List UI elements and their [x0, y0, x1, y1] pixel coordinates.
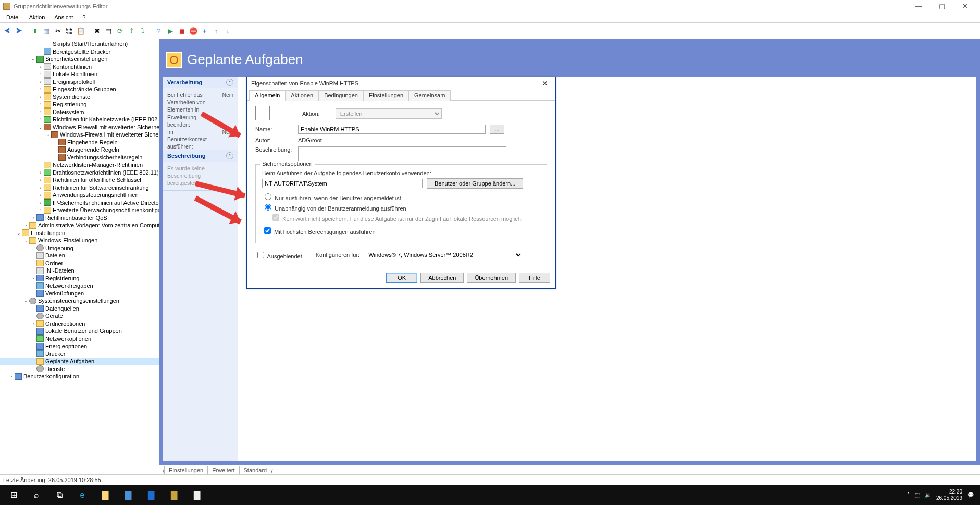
- show-hide-tree-icon[interactable]: ▦: [41, 26, 52, 36]
- expander-icon[interactable]: ⌄: [45, 132, 51, 137]
- server-manager-icon[interactable]: ▇: [117, 485, 140, 505]
- tree-item[interactable]: Lokale Benutzer und Gruppen: [0, 327, 159, 335]
- tree-item[interactable]: Ordner: [0, 260, 159, 267]
- tree-item[interactable]: Dateien: [0, 252, 159, 260]
- tree-item[interactable]: ›Benutzerkonfiguration: [0, 373, 159, 380]
- checkbox-hidden[interactable]: Ausgeblendet: [255, 250, 302, 260]
- tree-item[interactable]: Umgebung: [0, 244, 159, 252]
- tree-item[interactable]: ›Richtlinien für öffentliche Schlüssel: [0, 176, 159, 184]
- tab-bedingungen[interactable]: Bedingungen: [318, 90, 364, 101]
- account-field[interactable]: [262, 179, 423, 188]
- add-icon[interactable]: +: [200, 26, 210, 36]
- tree-item[interactable]: INI-Dateien: [0, 267, 159, 275]
- expander-icon[interactable]: ›: [23, 223, 29, 228]
- apply-button[interactable]: Übernehmen: [467, 273, 516, 283]
- paste-icon[interactable]: 📋: [76, 26, 86, 36]
- notifications-icon[interactable]: 💬: [967, 492, 974, 498]
- forward-icon[interactable]: ⮞: [14, 26, 24, 36]
- tree-item[interactable]: Energieoptionen: [0, 342, 159, 350]
- expander-icon[interactable]: ›: [38, 94, 44, 100]
- expander-icon[interactable]: ›: [38, 71, 44, 77]
- close-icon[interactable]: ✕: [539, 79, 551, 88]
- tree-item[interactable]: ⌄Windows-Firewall mit erweiterter Sicher…: [0, 131, 159, 139]
- action-select[interactable]: Erstellen: [336, 108, 442, 119]
- move-down-icon[interactable]: ↓: [222, 26, 233, 36]
- tree-item[interactable]: Drucker: [0, 350, 159, 358]
- system-tray[interactable]: ˄ ⬚ 🔉 22:20 26.05.2019 💬: [907, 489, 978, 501]
- tab-einstellungen[interactable]: Einstellungen: [363, 90, 409, 101]
- tree-item[interactable]: ›Registrierung: [0, 101, 159, 108]
- tab-allgemein[interactable]: Allgemein: [249, 90, 286, 101]
- tree-item[interactable]: Verbindungssicherheitsregeln: [0, 154, 159, 162]
- close-button[interactable]: ✕: [953, 0, 977, 12]
- tree-item[interactable]: ›Lokale Richtlinien: [0, 70, 159, 78]
- bottom-tab[interactable]: Einstellungen: [164, 466, 208, 474]
- menu-action[interactable]: Aktion: [25, 13, 49, 21]
- tree-item[interactable]: ›Drahtlosnetzwerkrichtlinien (IEEE 802.1…: [0, 169, 159, 177]
- tree-item[interactable]: ⌄Sicherheitseinstellungen: [0, 55, 159, 63]
- expander-icon[interactable]: ›: [38, 79, 44, 84]
- expander-icon[interactable]: ›: [38, 185, 44, 190]
- tree-item[interactable]: ›Erweiterte Überwachungsrichtlinienkonfi…: [0, 206, 159, 214]
- tree-item[interactable]: ›Administrative Vorlagen: Vom zentralen …: [0, 221, 159, 229]
- explorer-icon[interactable]: ▇: [94, 485, 117, 505]
- expander-icon[interactable]: ⌄: [30, 56, 36, 61]
- refresh-icon[interactable]: ⟳: [115, 26, 125, 36]
- menu-view[interactable]: Ansicht: [50, 13, 77, 21]
- search-icon[interactable]: ⌕: [25, 485, 48, 505]
- expander-icon[interactable]: ›: [38, 170, 44, 175]
- expander-icon[interactable]: ›: [38, 207, 44, 213]
- sound-icon[interactable]: 🔉: [925, 492, 931, 498]
- menu-help[interactable]: ?: [78, 13, 90, 21]
- tree-item[interactable]: ⌄Einstellungen: [0, 229, 159, 237]
- pause-icon[interactable]: ◼: [177, 26, 187, 36]
- expander-icon[interactable]: ›: [38, 177, 44, 182]
- expander-icon[interactable]: ›: [38, 87, 44, 92]
- expander-icon[interactable]: ›: [8, 374, 15, 379]
- panel-processing-header[interactable]: Verarbeitung ˄: [163, 77, 238, 88]
- menu-file[interactable]: Datei: [2, 13, 24, 21]
- tree-item[interactable]: Geplante Aufgaben: [0, 358, 159, 365]
- change-user-button[interactable]: Benutzer oder Gruppe ändern...: [427, 178, 523, 189]
- expander-icon[interactable]: ›: [38, 102, 44, 107]
- tree-item[interactable]: ⌄Windows-Firewall mit erweiterter Sicher…: [0, 124, 159, 131]
- tree-item[interactable]: Eingehende Regeln: [0, 139, 159, 146]
- clock[interactable]: 22:20 26.05.2019: [936, 489, 962, 501]
- cancel-icon[interactable]: ⛔: [188, 26, 199, 36]
- move-up-icon[interactable]: ↑: [211, 26, 221, 36]
- tree-item[interactable]: ›Ereignisprotokoll: [0, 78, 159, 86]
- cancel-button[interactable]: Abbrechen: [420, 273, 464, 283]
- tab-aktionen[interactable]: Aktionen: [285, 90, 319, 101]
- delete-icon[interactable]: ✖: [92, 26, 102, 36]
- browse-button[interactable]: ...: [490, 125, 504, 134]
- expander-icon[interactable]: ›: [30, 215, 36, 220]
- minimize-button[interactable]: ―: [907, 0, 930, 12]
- expander-icon[interactable]: ⌄: [23, 298, 29, 303]
- tree-item[interactable]: Geräte: [0, 312, 159, 320]
- panel-description-header[interactable]: Beschreibung ˄: [163, 150, 238, 162]
- copy-icon[interactable]: ⿻: [64, 26, 75, 36]
- tree-item[interactable]: ›Richtlinien für Kabelnetzwerke (IEEE 80…: [0, 116, 159, 124]
- checkbox-highest-priv[interactable]: Mit höchsten Berechtigungen ausführen: [262, 226, 376, 236]
- app-icon[interactable]: ▇: [163, 485, 185, 505]
- tray-chevron-icon[interactable]: ˄: [907, 492, 910, 498]
- tree-item[interactable]: Datenquellen: [0, 305, 159, 313]
- expander-icon[interactable]: ›: [38, 64, 44, 69]
- tree-item[interactable]: ›Kontorichtlinien: [0, 63, 159, 71]
- tree-item[interactable]: ›Anwendungssteuerungsrichtlinien: [0, 191, 159, 199]
- expander-icon[interactable]: ⌄: [23, 238, 29, 243]
- powershell-icon[interactable]: ▇: [140, 485, 163, 505]
- tree-item[interactable]: ›Ordneroptionen: [0, 320, 159, 328]
- help-icon[interactable]: ?: [154, 26, 164, 36]
- description-field[interactable]: [298, 146, 506, 161]
- import-icon[interactable]: ⤵: [138, 26, 148, 36]
- export-icon[interactable]: ⤴: [126, 26, 137, 36]
- bottom-tab[interactable]: Erweitert: [207, 466, 239, 474]
- network-icon[interactable]: ⬚: [915, 492, 920, 498]
- tree-item[interactable]: Ausgehende Regeln: [0, 146, 159, 154]
- tree-item[interactable]: ⌄Windows-Einstellungen: [0, 237, 159, 244]
- radio-logged-on[interactable]: Nur ausführen, wenn der Benutzer angemel…: [262, 192, 401, 201]
- cut-icon[interactable]: ✂: [53, 26, 63, 36]
- properties-icon[interactable]: ▤: [103, 26, 114, 36]
- task-view-icon[interactable]: ⧉: [48, 485, 71, 505]
